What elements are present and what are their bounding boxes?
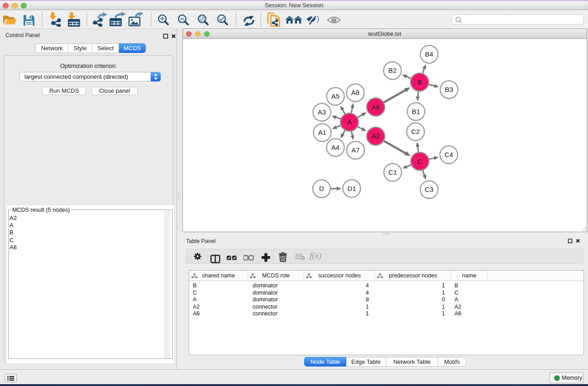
svg-text:B: B (417, 78, 422, 86)
svg-text:B2: B2 (388, 67, 397, 74)
svg-text:B3: B3 (445, 86, 453, 93)
svg-text:C4: C4 (445, 151, 453, 158)
svg-text:C: C (417, 157, 422, 165)
svg-text:A8: A8 (351, 89, 359, 96)
svg-text:A4: A4 (331, 143, 339, 151)
svg-text:A1: A1 (318, 129, 326, 136)
svg-text:A: A (347, 118, 352, 126)
svg-text:C1: C1 (388, 168, 397, 176)
svg-text:C3: C3 (425, 186, 433, 193)
svg-text:C2: C2 (411, 128, 420, 135)
svg-text:B1: B1 (412, 108, 420, 115)
svg-text:D1: D1 (347, 185, 356, 192)
svg-text:D: D (319, 185, 324, 192)
svg-text:A7: A7 (351, 146, 359, 154)
svg-text:B4: B4 (425, 50, 433, 58)
svg-text:A3: A3 (318, 108, 326, 116)
svg-text:A6: A6 (372, 103, 380, 111)
svg-text:A2: A2 (372, 132, 380, 140)
svg-text:A5: A5 (331, 92, 339, 100)
